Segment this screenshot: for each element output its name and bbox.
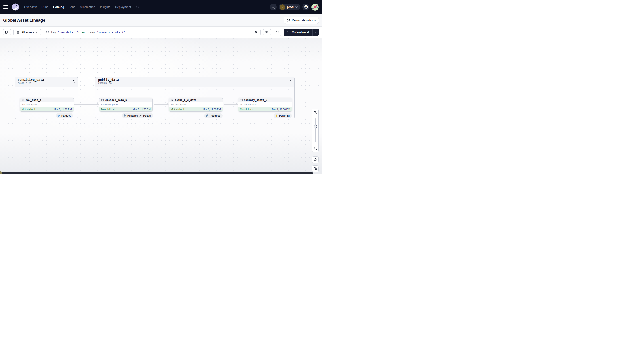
zoom-out-icon	[314, 147, 317, 150]
expand-scope-button[interactable]	[263, 28, 271, 36]
asset-node-header: raw_data_b	[20, 98, 74, 102]
open-panel-icon	[5, 30, 9, 34]
edge-raw-to-cleaned	[74, 104, 98, 104]
materialized-timestamp: Mar 2, 11:56 PM	[54, 108, 72, 110]
asset-scope-label: All assets	[22, 30, 34, 34]
refresh-icon	[276, 30, 279, 34]
globe-add-icon	[265, 30, 269, 34]
group-header[interactable]: public_data example_co	[96, 77, 294, 87]
materialized-timestamp: Mar 2, 11:56 PM	[203, 108, 221, 110]
bird-avatar-image	[312, 3, 319, 11]
toggle-sidebar-button[interactable]	[3, 28, 11, 36]
collapse-group-icon[interactable]	[290, 80, 292, 83]
asset-description: No description	[238, 102, 292, 107]
zoom-in-icon	[314, 111, 317, 114]
asset-name: combo_b_c_data	[175, 98, 196, 102]
group-header[interactable]: sensitive_data example_co	[15, 77, 78, 87]
asset-status-row: Materialized Mar 2, 11:56 PM	[100, 107, 152, 111]
zoom-slider-track[interactable]	[315, 118, 316, 142]
asset-node-summary-stats-2[interactable]: summary_stats_2 No description Materiali…	[238, 98, 292, 112]
chevron-down-icon	[36, 31, 38, 33]
group-name: public_data	[98, 78, 292, 81]
environment-initial-badge: P	[280, 4, 285, 10]
nav-item-overview[interactable]: Overview	[24, 5, 37, 9]
nav-item-jobs[interactable]: Jobs	[69, 5, 75, 9]
download-image-button[interactable]	[312, 165, 319, 172]
asset-description: No description	[20, 102, 74, 107]
clear-search-button[interactable]	[254, 30, 258, 34]
group-name: sensitive_data	[18, 78, 75, 81]
status-badge: Materialized	[240, 108, 253, 110]
kind-tag-polars[interactable]: Polars	[138, 113, 153, 118]
kind-tag-label: Power BI	[279, 114, 290, 117]
kind-tag-parquet[interactable]: Parquet	[56, 113, 73, 118]
materialize-all-button[interactable]: Materialize all	[284, 28, 319, 36]
graph-settings-button[interactable]	[312, 156, 319, 163]
top-nav: Overview Runs Catalog Jobs Automation In…	[0, 0, 322, 14]
asset-status-row: Materialized Mar 2, 11:56 PM	[169, 107, 222, 111]
edge-combo-to-summary	[224, 104, 237, 104]
polars-icon	[139, 114, 142, 117]
materialize-all-label: Materialize all	[292, 30, 310, 34]
bottom-corner-accent	[0, 171, 2, 173]
asset-name: cleaned_data_b	[105, 98, 127, 102]
zoom-out-button[interactable]	[312, 144, 318, 152]
kind-tag-power-bi[interactable]: Power BI	[274, 113, 292, 118]
group-location: example_co	[98, 82, 292, 84]
dagster-logo-icon[interactable]	[12, 3, 19, 11]
status-badge: Materialized	[22, 108, 35, 110]
lineage-toolbar: All assets key:"raw_data_b"+ and +key:"s…	[0, 26, 322, 38]
table-icon	[101, 99, 104, 101]
search-button[interactable]	[270, 3, 277, 10]
reload-definitions-button[interactable]: Reload definitions	[284, 16, 319, 24]
kind-tag-postgres[interactable]: Postgres	[204, 113, 222, 118]
zoom-controls	[312, 108, 319, 152]
kind-tag-label: Postgres	[210, 114, 220, 117]
zoom-in-button[interactable]	[312, 109, 318, 116]
nav-links: Overview Runs Catalog Jobs Automation In…	[24, 5, 138, 9]
download-icon	[314, 167, 317, 171]
asset-node-cleaned-data-b[interactable]: cleaned_data_b No description Materializ…	[99, 98, 152, 112]
refresh-button[interactable]	[274, 28, 281, 36]
asset-search-input[interactable]: key:"raw_data_b"+ and +key:"summary_stat…	[44, 28, 260, 36]
help-button[interactable]: ?	[302, 3, 309, 10]
environment-switcher[interactable]: P prod	[279, 3, 300, 10]
nav-item-automation[interactable]: Automation	[80, 5, 95, 9]
kind-tag-label: Parquet	[62, 114, 70, 117]
nav-item-runs[interactable]: Runs	[41, 5, 48, 9]
svg-text:?: ?	[305, 5, 306, 8]
table-icon	[171, 99, 174, 101]
zoom-slider-handle[interactable]	[314, 125, 317, 128]
collapse-group-icon[interactable]	[72, 80, 75, 83]
postgres-icon	[123, 114, 126, 117]
kind-tag-label: Postgres	[127, 114, 138, 117]
nav-item-catalog[interactable]: Catalog	[53, 5, 64, 9]
lineage-canvas[interactable]: sensitive_data example_co public_data ex…	[0, 38, 322, 173]
reload-definitions-label: Reload definitions	[292, 18, 316, 22]
asset-node-header: summary_stats_2	[238, 98, 292, 102]
materialize-all-main[interactable]: Materialize all	[284, 28, 312, 36]
menu-icon[interactable]	[3, 5, 8, 9]
nav-right: P prod ?	[270, 3, 319, 11]
asset-node-raw-data-b[interactable]: raw_data_b No description Materialized M…	[20, 98, 74, 112]
asset-scope-dropdown[interactable]: All assets	[14, 28, 41, 36]
status-badge: Materialized	[101, 108, 114, 110]
asset-node-header: combo_b_c_data	[169, 98, 222, 102]
materialize-options-button[interactable]	[312, 28, 319, 36]
materialized-timestamp: Mar 2, 11:56 PM	[133, 108, 151, 110]
asset-node-combo-b-c-data[interactable]: combo_b_c_data No description Materializ…	[169, 98, 223, 112]
edge-cleaned-to-combo	[154, 104, 167, 104]
gear-icon	[314, 158, 317, 161]
chevron-down-icon	[296, 6, 298, 8]
nav-item-insights[interactable]: Insights	[100, 5, 110, 9]
reload-cube-icon	[287, 18, 290, 22]
zoom-slider[interactable]	[312, 116, 318, 144]
search-query-text: key:"raw_data_b"+ and +key:"summary_stat…	[51, 30, 125, 34]
asset-status-row: Materialized Mar 2, 11:56 PM	[20, 107, 74, 111]
user-avatar[interactable]	[312, 3, 319, 11]
environment-name: prod	[287, 5, 294, 9]
nav-item-deployment[interactable]: Deployment	[115, 5, 131, 9]
kind-tag-postgres[interactable]: Postgres	[122, 113, 140, 118]
asset-name: summary_stats_2	[244, 98, 267, 102]
search-icon	[46, 30, 50, 34]
